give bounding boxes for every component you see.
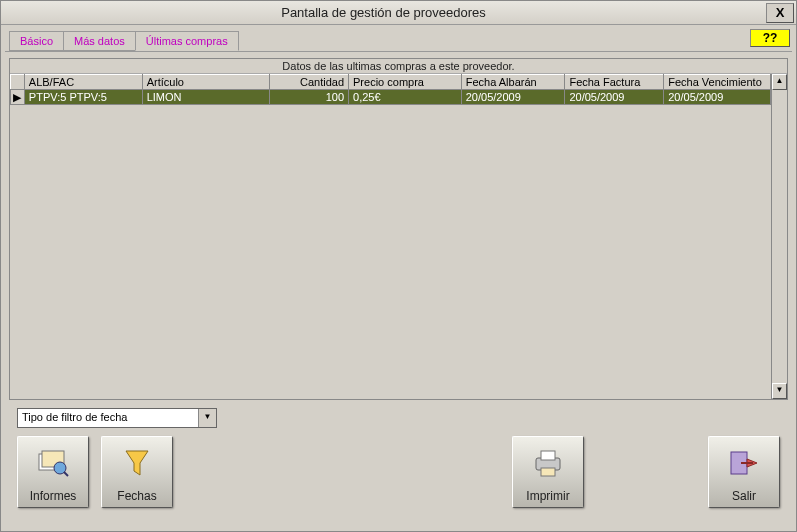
cell-fecha-venc[interactable]: 20/05/2009 <box>664 90 771 105</box>
data-grid: Datos de las ultimas compras a este prov… <box>9 58 788 400</box>
scroll-up-icon[interactable]: ▲ <box>772 74 787 90</box>
col-fecha-vencimiento[interactable]: Fecha Vencimiento <box>664 75 771 90</box>
chevron-down-icon[interactable]: ▼ <box>198 409 216 427</box>
titlebar: Pantalla de gestión de proveedores X <box>1 1 796 25</box>
tab-row: Básico Más datos Últimas compras ?? <box>1 25 796 51</box>
col-cantidad[interactable]: Cantidad <box>269 75 348 90</box>
report-icon <box>36 437 70 489</box>
svg-marker-4 <box>126 451 148 475</box>
svg-line-3 <box>64 472 68 476</box>
tab-ultimas-compras[interactable]: Últimas compras <box>135 31 239 51</box>
scroll-down-icon[interactable]: ▼ <box>772 383 787 399</box>
tab-basico[interactable]: Básico <box>9 31 64 51</box>
fechas-button[interactable]: Fechas <box>101 436 173 508</box>
col-fecha-albaran[interactable]: Fecha Albarán <box>461 75 565 90</box>
window-title: Pantalla de gestión de proveedores <box>1 5 766 20</box>
svg-rect-6 <box>541 451 555 460</box>
svg-rect-7 <box>541 468 555 476</box>
funnel-icon <box>122 437 152 489</box>
date-filter-select[interactable]: Tipo de filtro de fecha ▼ <box>17 408 217 428</box>
close-button[interactable]: X <box>766 3 794 23</box>
col-alb-fac[interactable]: ALB/FAC <box>24 75 142 90</box>
cell-cantidad[interactable]: 100 <box>269 90 348 105</box>
cell-precio[interactable]: 0,25€ <box>349 90 462 105</box>
scroll-track[interactable] <box>772 90 787 383</box>
col-fecha-factura[interactable]: Fecha Factura <box>565 75 664 90</box>
col-articulo[interactable]: Artículo <box>142 75 269 90</box>
vertical-scrollbar[interactable]: ▲ ▼ <box>771 74 787 399</box>
informes-button[interactable]: Informes <box>17 436 89 508</box>
cell-fecha-albaran[interactable]: 20/05/2009 <box>461 90 565 105</box>
date-filter-text: Tipo de filtro de fecha <box>18 409 198 427</box>
exit-icon <box>727 437 761 489</box>
help-button[interactable]: ?? <box>750 29 790 47</box>
imprimir-label: Imprimir <box>526 489 569 503</box>
grid-caption: Datos de las ultimas compras a este prov… <box>10 59 787 74</box>
informes-label: Informes <box>30 489 77 503</box>
tab-mas-datos[interactable]: Más datos <box>63 31 136 51</box>
grid-header-row: ALB/FAC Artículo Cantidad Precio compra … <box>11 75 771 90</box>
row-header-blank <box>11 75 25 90</box>
cell-fecha-factura[interactable]: 20/05/2009 <box>565 90 664 105</box>
fechas-label: Fechas <box>117 489 156 503</box>
cell-articulo[interactable]: LIMON <box>142 90 269 105</box>
printer-icon <box>531 437 565 489</box>
salir-button[interactable]: Salir <box>708 436 780 508</box>
salir-label: Salir <box>732 489 756 503</box>
col-precio-compra[interactable]: Precio compra <box>349 75 462 90</box>
imprimir-button[interactable]: Imprimir <box>512 436 584 508</box>
row-marker-icon: ▶ <box>11 90 25 105</box>
button-row: Informes Fechas Imprimir <box>1 428 796 508</box>
table-row[interactable]: ▶ PTPV:5 PTPV:5 LIMON 100 0,25€ 20/05/20… <box>11 90 771 105</box>
cell-alb-fac[interactable]: PTPV:5 PTPV:5 <box>24 90 142 105</box>
